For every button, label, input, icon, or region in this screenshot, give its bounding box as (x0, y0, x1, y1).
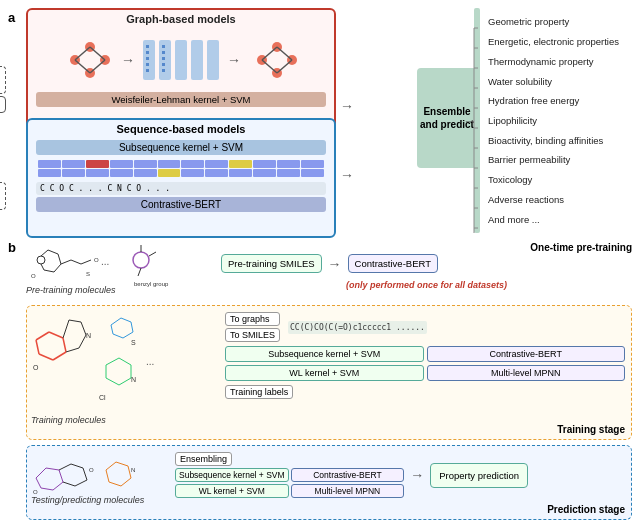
svg-rect-12 (207, 40, 219, 80)
svg-text:O: O (33, 364, 39, 371)
arrow-seq-ensemble: → (340, 167, 354, 183)
prediction-stage-label: Prediction stage (547, 504, 625, 515)
svg-point-57 (133, 252, 149, 268)
svg-line-96 (36, 478, 41, 488)
svg-line-48 (44, 270, 54, 272)
svg-line-98 (71, 464, 83, 468)
training-mols-label: Training molecules (31, 415, 106, 425)
to-smiles-text: To SMILES (230, 330, 275, 340)
weisfeiler-label-box: Weisfeiler-Lehman kernel + SVM (36, 92, 326, 107)
t-cell-8 (205, 160, 228, 168)
svg-line-6 (90, 47, 105, 60)
pred-subseq-cell: Subsequence kernel + SVM (175, 468, 289, 482)
svg-line-47 (54, 264, 61, 272)
property-prediction-label: Property prediction (439, 470, 519, 481)
svg-line-92 (46, 468, 59, 470)
svg-line-5 (75, 60, 90, 73)
svg-line-109 (106, 470, 109, 482)
svg-line-4 (75, 47, 90, 60)
svg-rect-14 (146, 51, 149, 54)
svg-line-7 (90, 60, 105, 73)
pretrain-mols-area: S O O ... benzyl group Pre-training mole… (26, 240, 216, 295)
svg-text:N: N (86, 332, 91, 339)
pretrain-smiles-box: Pre-training SMILES (221, 254, 322, 273)
graph-nn-visual: → (51, 30, 311, 90)
svg-line-99 (83, 468, 87, 480)
svg-line-46 (58, 254, 61, 264)
svg-line-76 (121, 318, 131, 322)
svg-line-30 (277, 60, 292, 73)
prop-0: Geometric property (484, 15, 632, 28)
pred-wl-label: WL kernel + SVM (199, 486, 265, 496)
pred-bert-label: Contrastive-BERT (313, 470, 381, 480)
panel-a: a Graph-based models → (8, 8, 632, 238)
svg-rect-16 (146, 63, 149, 66)
t-cell-11 (277, 160, 300, 168)
multilevel-mpnn-label: Multi-level MPNN (491, 368, 561, 378)
property-prediction-box: Property prediction (430, 463, 528, 488)
to-graphs-text: To graphs (230, 314, 270, 324)
svg-text:N: N (131, 467, 135, 473)
svg-line-108 (109, 482, 121, 486)
arrow-pretrain: → (328, 256, 342, 272)
svg-line-65 (53, 352, 66, 360)
training-right: To graphs To SMILES CC(C)CO(C(=O)c1ccccc… (225, 312, 625, 399)
t-cell-3 (86, 160, 109, 168)
svg-rect-22 (162, 69, 165, 72)
main-container: a Graph-based models → (0, 0, 640, 523)
svg-line-67 (36, 340, 39, 354)
pred-left: Ensembling Subsequence kernel + SVM Cont… (175, 452, 404, 498)
molecules-label: Molecules (0, 96, 6, 113)
panel-a-label: a (8, 10, 15, 25)
svg-rect-17 (146, 69, 149, 72)
svg-line-63 (49, 332, 63, 338)
svg-text:S: S (131, 339, 136, 346)
svg-line-66 (39, 354, 53, 360)
wl-kernel-label: WL kernel + SVM (289, 368, 359, 378)
model-grid: Subsequence kernel + SVM Contrastive-BER… (225, 346, 625, 381)
training-area: O N S Cl (26, 305, 632, 440)
smiles-seq: C C O C . . . C N C O . . . (36, 182, 326, 195)
svg-line-44 (41, 250, 48, 256)
subseq-label: Subsequence kernel + SVM (119, 142, 243, 153)
prop-9: Adverse reactions (484, 193, 632, 206)
output-molecule-svg (247, 35, 302, 85)
prop-2: Thermodynamic property (484, 55, 632, 68)
arrow-2: → (227, 52, 241, 68)
svg-line-28 (262, 60, 277, 73)
svg-line-50 (61, 260, 71, 264)
training-mols-svg: O N S Cl (31, 310, 216, 410)
testing-mols-svg: O O N (31, 450, 171, 500)
contrastive-bert-label: Contrastive-BERT (355, 258, 431, 269)
transformer-grid (28, 157, 334, 180)
svg-line-71 (69, 320, 81, 322)
pretrain-smiles-label: Pre-training SMILES (228, 258, 315, 269)
svg-line-82 (106, 358, 119, 365)
t-cell-9 (229, 160, 252, 168)
prediction-area: O O N Testing/predicting molecules Predi… (26, 445, 632, 520)
t-cell-12 (301, 160, 324, 168)
prediction-right: Ensembling Subsequence kernel + SVM Cont… (175, 452, 625, 498)
one-time-title: One-time pre-training (530, 242, 632, 253)
prop-3: Water solubility (484, 75, 632, 88)
svg-text:S: S (86, 271, 90, 277)
svg-text:Cl: Cl (99, 394, 106, 401)
svg-point-43 (37, 256, 45, 264)
svg-line-94 (53, 482, 63, 490)
ensembling-text: Ensembling (180, 454, 227, 464)
t-cell-6 (158, 160, 181, 168)
hidden-layers-svg (141, 35, 221, 85)
svg-line-95 (41, 488, 53, 490)
svg-text:O: O (89, 467, 94, 473)
svg-line-91 (36, 468, 46, 478)
subseq-kernel-cell: Subsequence kernel + SVM (225, 346, 424, 362)
arrow-1: → (121, 52, 135, 68)
lines-to-props (470, 18, 478, 245)
molecule-graph-svg (60, 35, 115, 85)
input-smiles-label: Input SMILES (0, 182, 6, 210)
prop-10: And more ... (484, 213, 632, 226)
svg-line-27 (262, 47, 277, 60)
svg-line-79 (113, 334, 123, 338)
t-cell-7 (181, 160, 204, 168)
contrastive-bert2-cell: Contrastive-BERT (427, 346, 626, 362)
